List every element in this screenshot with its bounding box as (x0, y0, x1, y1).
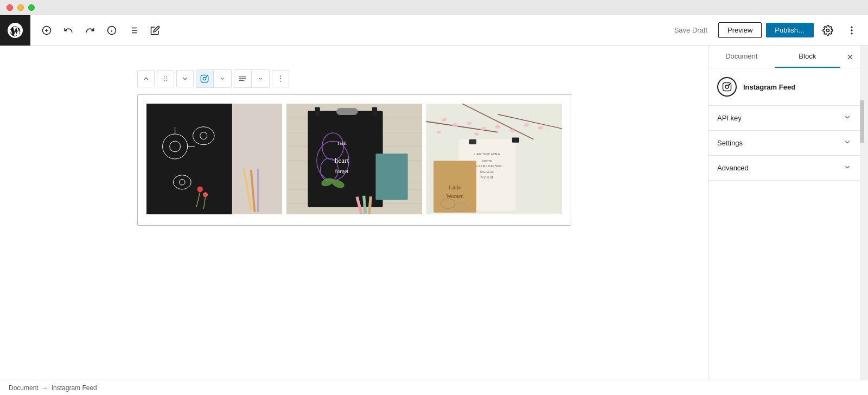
svg-point-105 (729, 84, 730, 85)
toolbar-right: Save Draft Preview Publish… (661, 21, 868, 40)
svg-rect-32 (146, 104, 232, 214)
instagram-image-3-svg: I AM NOT AFRA storms FOR I AM LEARNING h… (426, 104, 562, 214)
more-tools-button[interactable] (842, 21, 861, 40)
instagram-image-2-svg: THE heart forget (286, 104, 422, 214)
document-tab[interactable]: Document (709, 46, 775, 68)
list-view-button[interactable] (124, 21, 143, 40)
align-button[interactable] (234, 70, 252, 87)
svg-point-13 (851, 27, 852, 28)
svg-rect-99 (469, 139, 476, 144)
svg-rect-61 (372, 107, 376, 116)
svg-text:Little: Little (449, 184, 461, 190)
svg-point-15 (851, 33, 852, 34)
top-toolbar: Save Draft Preview Publish… (0, 15, 868, 46)
svg-point-14 (851, 30, 852, 31)
wp-logo-icon (7, 22, 24, 39)
block-tab[interactable]: Block (775, 46, 841, 68)
svg-text:storms: storms (482, 158, 492, 162)
svg-point-43 (202, 192, 207, 197)
settings-toggle-button[interactable] (818, 21, 838, 40)
instagram-image-3: I AM NOT AFRA storms FOR I AM LEARNING h… (426, 104, 562, 216)
svg-point-20 (166, 78, 167, 79)
maximize-button[interactable] (28, 4, 35, 11)
sidebar-scrollbar[interactable] (860, 46, 864, 380)
sidebar-close-button[interactable] (840, 47, 860, 67)
instagram-grid: THE heart forget (146, 104, 562, 216)
svg-point-21 (166, 80, 167, 81)
svg-point-30 (280, 81, 281, 82)
svg-rect-25 (239, 77, 246, 77)
svg-point-82 (495, 125, 500, 129)
api-key-accordion-header[interactable]: API key (709, 106, 860, 130)
close-button[interactable] (7, 4, 13, 11)
sidebar: Document Block (708, 46, 860, 380)
svg-rect-100 (512, 137, 519, 142)
svg-point-16 (163, 77, 164, 78)
svg-text:THE: THE (337, 141, 347, 146)
edit-button[interactable] (145, 21, 165, 40)
preview-button[interactable]: Preview (718, 22, 762, 38)
block-type-selector (196, 69, 232, 88)
toolbar-left (30, 21, 661, 40)
block-move-up-button[interactable] (137, 70, 155, 87)
undo-button[interactable] (59, 21, 78, 40)
chevron-down-align-button[interactable] (252, 70, 269, 87)
svg-point-24 (206, 77, 207, 77)
chevron-down-type-button[interactable] (214, 70, 231, 87)
add-block-button[interactable] (37, 21, 56, 40)
svg-rect-22 (201, 75, 208, 82)
block-drag-handle[interactable] (157, 70, 174, 87)
minimize-button[interactable] (17, 4, 24, 11)
svg-point-104 (725, 85, 729, 88)
svg-rect-26 (239, 78, 246, 79)
instagram-image-1-svg (146, 104, 282, 214)
sidebar-header: Document Block (709, 46, 860, 68)
svg-text:MY SHIP: MY SHIP (481, 176, 494, 179)
settings-chevron-icon (844, 138, 851, 148)
instagram-image-2: THE heart forget (286, 104, 422, 216)
status-bar: Document → Instagram Feed (0, 380, 868, 395)
main-area: THE heart forget (0, 46, 868, 380)
wp-logo (0, 15, 30, 46)
svg-point-29 (280, 78, 281, 79)
svg-text:heart: heart (334, 156, 349, 164)
block-move-down-button[interactable] (176, 70, 194, 87)
advanced-label: Advanced (717, 164, 749, 172)
instagram-feed-block: THE heart forget (137, 94, 571, 226)
advanced-accordion-header[interactable]: Advanced (709, 156, 860, 180)
block-align-selector (234, 69, 270, 88)
svg-point-23 (203, 77, 206, 80)
sidebar-wrapper: Document Block (708, 46, 868, 380)
svg-point-80 (467, 122, 471, 125)
svg-rect-48 (257, 169, 259, 212)
advanced-chevron-icon (844, 163, 851, 173)
info-button[interactable] (102, 21, 122, 40)
svg-rect-27 (239, 80, 244, 81)
settings-section: Settings (709, 131, 860, 156)
settings-accordion-header[interactable]: Settings (709, 131, 860, 155)
save-draft-button[interactable]: Save Draft (668, 23, 714, 37)
svg-rect-59 (336, 108, 358, 115)
status-document-label: Document (9, 384, 39, 392)
api-key-section: API key (709, 106, 860, 131)
svg-point-18 (163, 80, 164, 81)
svg-text:how to sail: how to sail (480, 170, 494, 174)
title-bar (0, 0, 868, 15)
sidebar-scrollbar-thumb[interactable] (860, 100, 864, 143)
block-icon (717, 77, 737, 97)
status-block-label: Instagram Feed (52, 384, 97, 392)
svg-text:I AM NOT AFRA: I AM NOT AFRA (474, 152, 500, 156)
api-key-label: API key (717, 114, 742, 122)
redo-button[interactable] (80, 21, 100, 40)
block-more-options-button[interactable] (272, 70, 289, 87)
svg-point-42 (197, 187, 203, 193)
status-arrow: → (42, 384, 48, 392)
svg-point-17 (163, 78, 164, 79)
api-key-chevron-icon (844, 113, 851, 123)
sidebar-content: Instagram Feed API key (709, 68, 860, 380)
svg-rect-70 (375, 154, 407, 200)
svg-text:forget: forget (335, 168, 348, 174)
publish-button[interactable]: Publish… (766, 23, 814, 37)
svg-point-86 (437, 131, 441, 133)
instagram-icon-button[interactable] (196, 70, 214, 87)
